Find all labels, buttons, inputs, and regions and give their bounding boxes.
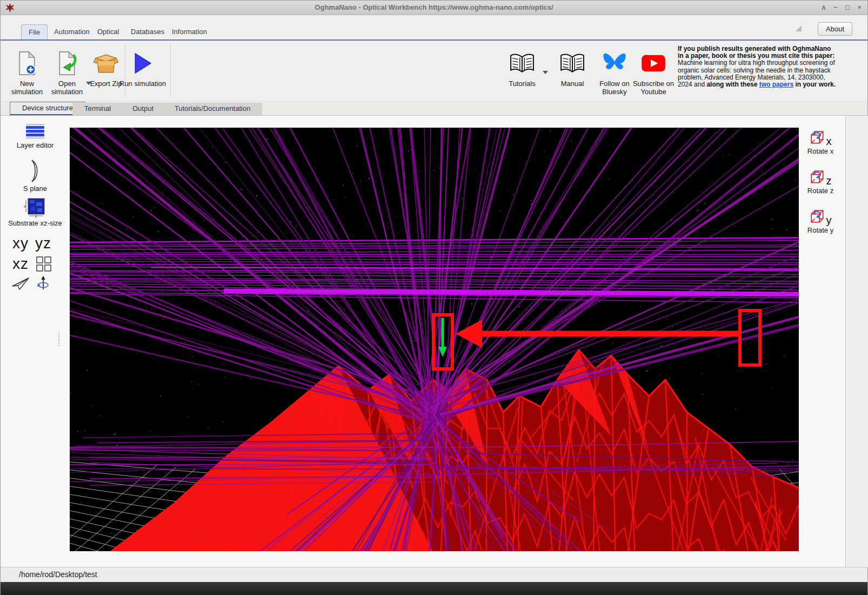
maximize-button[interactable]: □ [843, 3, 852, 12]
rotate-z-cube-icon [810, 169, 826, 186]
application-window: OghmaNano - Optical Workbench https://ww… [0, 0, 868, 595]
tutorials-button[interactable]: Tutorials [499, 49, 545, 88]
tab-output[interactable]: Output [121, 103, 165, 115]
menu-tab-databases[interactable]: Databases [124, 24, 171, 39]
layer-editor-button[interactable]: Layer editor [8, 123, 62, 149]
minimize-button[interactable]: − [831, 3, 840, 12]
substrate-xz-size-icon: x z [23, 197, 47, 217]
window-bottom-edge [1, 582, 867, 595]
svg-text:x: x [24, 204, 26, 208]
ray-trace-icon[interactable] [11, 276, 30, 290]
s-plane-icon [28, 159, 42, 183]
menu-tab-file[interactable]: File [21, 24, 48, 39]
view-xz-button[interactable]: xz [12, 255, 29, 273]
window-title: OghmaNano - Optical Workbench https://ww… [1, 3, 867, 11]
rotate-y-cube-icon [810, 209, 826, 225]
raytrace-viewport[interactable] [70, 128, 799, 551]
title-bar[interactable]: OghmaNano - Optical Workbench https://ww… [1, 1, 867, 15]
rotate-x-button[interactable]: x Rotate x [804, 130, 837, 155]
current-path: /home/rod/Desktop/test [19, 570, 97, 579]
run-simulation-icon [119, 49, 166, 77]
tab-tutorials-documentation[interactable]: Tutorials/Documentation [163, 103, 262, 115]
manual-button[interactable]: Manual [549, 49, 596, 88]
shade-button[interactable]: ∧ [819, 3, 829, 12]
citation-text: If you publish results generated with Og… [678, 45, 838, 88]
ribbon-menu: File Automation Optical Databases Inform… [1, 16, 867, 39]
s-plane-button[interactable]: S plane [8, 159, 62, 193]
menu-tab-automation[interactable]: Automation [47, 24, 97, 39]
manual-book-icon [549, 49, 596, 77]
rotate-x-cube-icon [810, 130, 826, 146]
menu-tab-information[interactable]: Information [165, 24, 214, 39]
youtube-button[interactable]: Subscribe on Youtube [630, 49, 677, 96]
status-bar: /home/rod/Desktop/test [1, 567, 867, 582]
right-gutter [846, 116, 868, 567]
run-simulation-button[interactable]: Run simulation [119, 49, 166, 88]
menu-tab-optical[interactable]: Optical [90, 24, 126, 39]
rotate-y-button[interactable]: y Rotate y [804, 209, 837, 234]
device-structure-panel: Layer editor S plane x z Substrate xz-si… [1, 115, 868, 567]
resize-grip-icon [796, 25, 802, 31]
splitter-handle[interactable] [58, 332, 60, 346]
grid-view-icon[interactable] [36, 256, 51, 272]
view-yz-button[interactable]: yz [35, 235, 51, 252]
rotate-view-icon[interactable] [37, 276, 49, 291]
rotate-z-button[interactable]: z Rotate z [804, 169, 837, 195]
close-button[interactable]: × [854, 3, 864, 12]
citation-bold-pre: along with these [706, 81, 759, 88]
tutorials-dropdown-icon[interactable] [543, 71, 548, 74]
about-button[interactable]: About [818, 22, 852, 36]
citation-bold-intro: If you publish results generated with Og… [678, 45, 834, 60]
tab-terminal[interactable]: Terminal [72, 103, 123, 115]
citation-bold-post: in your work. [793, 81, 836, 88]
view-tab-bar: Device structure Terminal Output Tutoria… [1, 101, 867, 115]
youtube-icon [630, 49, 677, 77]
view-xy-button[interactable]: xy [12, 235, 29, 252]
main-toolbar: New simulation Open simulation [1, 41, 867, 101]
layer-editor-icon [25, 123, 45, 140]
tutorials-book-icon [499, 49, 545, 77]
toolbar-separator [170, 44, 171, 97]
substrate-xz-size-button[interactable]: x z Substrate xz-size [8, 197, 62, 227]
two-papers-link[interactable]: two papers [759, 81, 793, 88]
